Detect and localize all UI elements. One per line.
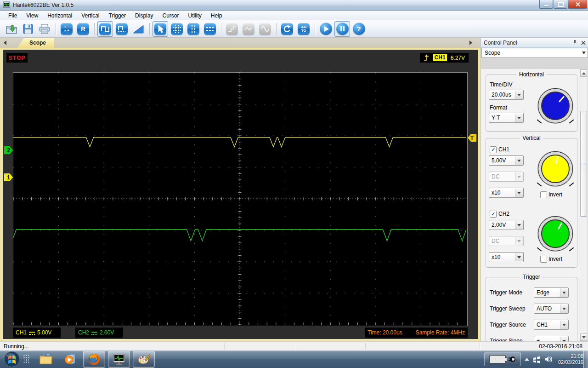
taskbar-hantek-button[interactable] bbox=[108, 351, 130, 368]
reference-button[interactable]: R bbox=[75, 21, 91, 37]
ch1-enable-checkbox[interactable] bbox=[490, 146, 497, 153]
show-hidden-icons-button[interactable] bbox=[525, 358, 529, 361]
ch1-invert-checkbox[interactable] bbox=[540, 191, 547, 198]
ramp-button[interactable] bbox=[130, 21, 146, 37]
tab-scroll-right-button[interactable] bbox=[468, 39, 474, 46]
pause-icon bbox=[336, 23, 349, 35]
menu-cursor[interactable]: Cursor bbox=[158, 12, 183, 20]
menu-display[interactable]: Display bbox=[130, 12, 158, 20]
scroll-down-button[interactable] bbox=[580, 334, 587, 341]
chevron-down-icon bbox=[560, 288, 568, 297]
ch2-coupling-select[interactable]: DC bbox=[489, 236, 524, 246]
scroll-up-button[interactable] bbox=[580, 69, 587, 77]
sine-wave-icon bbox=[259, 23, 271, 35]
step-wave-button[interactable] bbox=[224, 21, 240, 37]
trigger-slope-label: Trigger Slope bbox=[490, 338, 523, 341]
ch2-label: CH2 bbox=[78, 329, 89, 336]
ch2-checkbox-label: CH2 bbox=[498, 211, 509, 217]
ch1-probe-select[interactable]: x10 bbox=[489, 188, 524, 198]
taskbar-firefox-button[interactable] bbox=[83, 351, 105, 368]
pulse-capture-button[interactable] bbox=[97, 21, 113, 37]
menu-view[interactable]: View bbox=[22, 12, 43, 20]
menu-file[interactable]: File bbox=[4, 12, 22, 20]
ch2-position-marker[interactable]: 2 bbox=[4, 146, 13, 154]
battery-indicator[interactable]: --- bbox=[484, 352, 521, 366]
play-button[interactable] bbox=[318, 21, 334, 37]
dc-coupling-icon bbox=[29, 331, 35, 335]
toolbar-separator bbox=[149, 23, 150, 35]
auto-set-button[interactable]: AU TO bbox=[296, 21, 311, 37]
pulse-capture-alt-button[interactable] bbox=[114, 21, 130, 37]
timediv-select[interactable]: 20.00us bbox=[489, 90, 524, 100]
volume-icon[interactable] bbox=[544, 356, 553, 363]
firefox-icon bbox=[88, 353, 101, 366]
menu-horizontal[interactable]: Horizontal bbox=[43, 12, 77, 20]
trigger-level-marker[interactable]: T bbox=[468, 134, 476, 142]
cursor-select-button[interactable] bbox=[153, 21, 168, 37]
math-button[interactable]: + − × ÷ bbox=[59, 21, 74, 37]
taskbar-explorer-button[interactable] bbox=[35, 351, 57, 367]
ch2-position-knob[interactable] bbox=[538, 216, 573, 251]
print-button[interactable] bbox=[37, 21, 52, 37]
menu-vertical[interactable]: Vertical bbox=[77, 12, 104, 20]
show-desktop-button[interactable] bbox=[583, 351, 588, 368]
refresh-button[interactable] bbox=[279, 21, 295, 37]
sine-wave-button[interactable] bbox=[257, 21, 273, 37]
zigzag-wave-button[interactable] bbox=[241, 21, 256, 37]
panel-close-icon[interactable] bbox=[581, 40, 586, 45]
ch1-scale-readout: CH1 5.00V bbox=[13, 328, 61, 338]
horizontal-position-knob[interactable] bbox=[538, 88, 573, 123]
menu-trigger[interactable]: Trigger bbox=[104, 12, 131, 20]
taskbar-clock[interactable]: 21:08 02/03/2016 bbox=[558, 353, 583, 365]
save-button[interactable] bbox=[20, 21, 36, 37]
open-button[interactable] bbox=[4, 21, 19, 37]
scrollbar-thumb[interactable] bbox=[580, 111, 587, 217]
tab-scope[interactable]: Scope bbox=[17, 38, 54, 48]
battery-icon: --- bbox=[489, 355, 506, 363]
close-button[interactable] bbox=[568, 0, 587, 9]
ch1-coupling-select[interactable]: DC bbox=[489, 172, 524, 182]
ch1-position-marker[interactable]: 1 bbox=[4, 173, 13, 181]
minimize-button[interactable] bbox=[539, 0, 553, 9]
ch2-invert-checkbox[interactable] bbox=[540, 256, 547, 263]
knob-face bbox=[541, 92, 570, 120]
pin-icon[interactable] bbox=[572, 40, 577, 45]
toolbar-separator bbox=[94, 23, 95, 35]
trigger-group-legend: Trigger bbox=[520, 274, 543, 280]
taskbar-grip[interactable] bbox=[23, 354, 29, 364]
maximize-button[interactable] bbox=[554, 0, 567, 9]
panel-mode-select[interactable]: Scope bbox=[481, 48, 588, 58]
cross-cursor-button[interactable] bbox=[169, 21, 185, 37]
refresh-icon bbox=[281, 23, 293, 35]
trigger-sweep-select[interactable]: AUTO bbox=[534, 304, 569, 314]
panel-scrollbar[interactable] bbox=[580, 69, 588, 341]
trigger-source-select[interactable]: CH1 bbox=[534, 320, 569, 330]
format-select[interactable]: Y-T bbox=[489, 113, 524, 123]
taskbar-paint-button[interactable] bbox=[133, 351, 155, 368]
acquisition-status-badge[interactable]: STOP bbox=[6, 53, 28, 63]
ch1-position-knob[interactable] bbox=[538, 151, 573, 186]
cross-cursor-icon bbox=[171, 23, 183, 35]
taskbar-mediaplayer-button[interactable] bbox=[59, 351, 80, 367]
ch1-scale-select[interactable]: 5.00V bbox=[489, 155, 524, 166]
horizontal-group-legend: Horizontal bbox=[516, 71, 547, 78]
network-icon[interactable] bbox=[533, 356, 541, 363]
vertical-cursor-button[interactable] bbox=[186, 21, 201, 37]
ch2-probe-select[interactable]: x10 bbox=[489, 252, 524, 262]
trigger-slope-select[interactable]: + bbox=[534, 336, 569, 341]
title-bar: Hantek6022BE Ver 1.0.5 bbox=[0, 0, 588, 11]
tab-scroll-left-button[interactable] bbox=[2, 39, 8, 46]
horizontal-group: Horizontal Time/DIV 20.00us Format Y-T bbox=[486, 75, 577, 132]
start-button[interactable] bbox=[4, 351, 20, 368]
trigger-level-value: 6.27V bbox=[451, 55, 465, 61]
horizontal-cursor-button[interactable] bbox=[202, 21, 218, 37]
pause-button[interactable] bbox=[334, 21, 350, 37]
trigger-mode-select[interactable]: Edge bbox=[534, 288, 569, 298]
ch2-enable-checkbox[interactable] bbox=[490, 211, 497, 218]
ch1-checkbox-label: CH1 bbox=[498, 146, 509, 153]
menu-utility[interactable]: Utility bbox=[183, 12, 206, 20]
control-panel: Control Panel Scope Horizontal Time/DIV bbox=[481, 38, 588, 341]
ch2-scale-select[interactable]: 2.00V bbox=[489, 220, 524, 230]
help-button[interactable]: ? bbox=[351, 21, 367, 37]
menu-help[interactable]: Help bbox=[206, 12, 227, 20]
